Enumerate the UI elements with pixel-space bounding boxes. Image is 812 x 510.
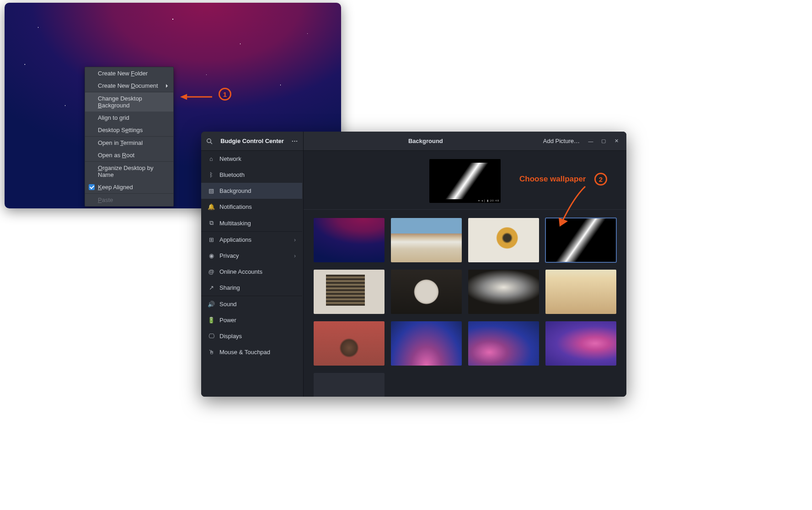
menu-item-label: Create New Document [98, 82, 158, 89]
settings-main-panel: Background Add Picture… — ▢ ✕ ▾ ◂❘ ▮ 20:… [304, 132, 626, 397]
sidebar-item-online-accounts[interactable]: @Online Accounts [201, 264, 302, 280]
sidebar-item-label: Applications [219, 236, 251, 243]
sidebar-item-label: Sharing [219, 284, 240, 291]
settings-sidebar: Budgie Control Center ··· ⌂NetworkᛒBluet… [201, 132, 304, 397]
applications-icon: ⊞ [208, 236, 215, 243]
context-menu-item[interactable]: Create New Folder [85, 67, 173, 80]
wallpaper-thumbnail-swirl-pink[interactable] [468, 321, 539, 366]
context-menu-item: Paste [85, 194, 173, 206]
online-accounts-icon: @ [208, 268, 215, 275]
menu-item-label: Align to grid [98, 114, 129, 121]
current-wallpaper-preview: ▾ ◂❘ ▮ 20:48 [429, 159, 501, 203]
sidebar-item-label: Mouse & Touchpad [219, 349, 270, 356]
sidebar-item-multitasking[interactable]: ⧉Multitasking [201, 215, 302, 231]
svg-point-2 [207, 138, 211, 142]
sidebar-item-bluetooth[interactable]: ᛒBluetooth [201, 167, 302, 183]
sidebar-item-privacy[interactable]: ◉Privacy› [201, 248, 302, 264]
menu-item-label: Organize Desktop by Name [98, 165, 168, 178]
wallpaper-thumbnail-lemon-ice[interactable] [468, 218, 539, 262]
mouse-touchpad-icon: 🖱 [208, 349, 215, 356]
add-picture-button[interactable]: Add Picture… [543, 138, 580, 144]
multitasking-icon: ⧉ [208, 219, 215, 227]
wallpaper-thumbnail-desert-ladder[interactable] [545, 270, 616, 314]
minimize-button[interactable]: — [585, 136, 596, 147]
menu-item-label: Open as Root [98, 152, 134, 159]
wallpaper-thumbnail-dark-macro[interactable] [468, 270, 539, 314]
sharing-icon: ↗ [208, 284, 215, 291]
sidebar-item-sharing[interactable]: ↗Sharing [201, 280, 302, 296]
menu-item-label: Desktop Settings [98, 127, 143, 133]
sidebar-item-notifications[interactable]: 🔔Notifications [201, 199, 302, 215]
sidebar-title: Budgie Control Center [218, 138, 287, 144]
checkbox-checked-icon [89, 184, 95, 190]
sidebar-item-label: Multitasking [219, 220, 251, 227]
close-button[interactable]: ✕ [611, 136, 622, 147]
panel-title: Background [308, 138, 543, 144]
annotation-label-2: Choose wallpaper [519, 175, 586, 184]
desktop-context-menu: Create New FolderCreate New DocumentChan… [85, 67, 174, 207]
svg-marker-1 [180, 94, 187, 100]
sidebar-item-label: Power [219, 317, 236, 324]
sidebar-item-label: Background [219, 187, 251, 194]
wallpaper-thumbnail-swirl-blue[interactable] [391, 321, 462, 366]
annotation-arrow-1 [180, 92, 212, 101]
sidebar-item-sound[interactable]: 🔊Sound [201, 296, 302, 312]
menu-item-label: Paste [98, 197, 113, 203]
submenu-arrow-icon [166, 84, 168, 88]
privacy-icon: ◉ [208, 252, 215, 259]
sidebar-item-displays[interactable]: 🖵Displays [201, 328, 302, 344]
menu-item-label: Open in Terminal [98, 139, 143, 146]
wallpaper-thumbnail-swirl-purple[interactable] [545, 321, 616, 366]
annotation-badge-1: 1 [219, 88, 231, 101]
context-menu-item[interactable]: Align to grid [85, 112, 173, 124]
control-center-window: Budgie Control Center ··· ⌂NetworkᛒBluet… [201, 132, 626, 397]
context-menu-item[interactable]: Change Desktop Background [85, 92, 173, 112]
sidebar-item-label: Privacy [219, 252, 239, 259]
chevron-right-icon: › [294, 253, 296, 259]
maximize-button[interactable]: ▢ [598, 136, 609, 147]
annotation-arrow-2 [549, 184, 590, 229]
sidebar-item-background[interactable]: ▧Background [201, 183, 302, 199]
preview-tray-indicators: ▾ ◂❘ ▮ 20:48 [478, 199, 499, 202]
sidebar-item-network[interactable]: ⌂Network [201, 151, 302, 167]
context-menu-item[interactable]: Open in Terminal [85, 137, 173, 149]
bluetooth-icon: ᛒ [208, 171, 215, 178]
menu-item-label: Create New Folder [98, 70, 148, 77]
wallpaper-thumbnail-shutters[interactable] [314, 270, 385, 314]
svg-line-3 [210, 142, 212, 144]
wallpaper-thumbnail-budgie-default[interactable] [314, 218, 385, 262]
power-icon: 🔋 [208, 317, 215, 324]
sidebar-item-power[interactable]: 🔋Power [201, 312, 302, 328]
sidebar-item-label: Online Accounts [219, 268, 262, 275]
sidebar-item-mouse-touchpad[interactable]: 🖱Mouse & Touchpad [201, 344, 302, 360]
context-menu-item[interactable]: Create New Document [85, 80, 173, 92]
annotation-badge-2: 2 [594, 173, 607, 186]
wallpaper-thumbnail-door-knocker[interactable] [314, 321, 385, 366]
context-menu-item[interactable]: Desktop Settings [85, 124, 173, 136]
context-menu-item[interactable]: Organize Desktop by Name [85, 162, 173, 181]
wallpaper-grid [304, 210, 626, 397]
network-icon: ⌂ [208, 155, 215, 162]
context-menu-item[interactable]: Open as Root [85, 149, 173, 161]
sidebar-item-label: Network [219, 155, 241, 162]
search-icon[interactable] [206, 138, 213, 144]
sidebar-item-label: Bluetooth [219, 171, 245, 178]
sidebar-header: Budgie Control Center ··· [201, 132, 303, 151]
sidebar-list: ⌂NetworkᛒBluetooth▧Background🔔Notificati… [201, 151, 303, 397]
menu-icon[interactable]: ··· [291, 138, 299, 144]
wallpaper-thumbnail-beach[interactable] [391, 218, 462, 262]
annotation-number-1: 1 [223, 90, 227, 98]
sidebar-item-label: Displays [219, 333, 242, 340]
menu-item-label: Keep Aligned [98, 184, 133, 191]
sidebar-item-applications[interactable]: ⊞Applications› [201, 232, 302, 248]
main-titlebar: Background Add Picture… — ▢ ✕ [304, 132, 626, 151]
sidebar-item-label: Sound [219, 301, 237, 308]
notifications-icon: 🔔 [208, 203, 215, 210]
annotation-number-2: 2 [599, 175, 603, 183]
wallpaper-thumbnail-partial-row[interactable] [314, 373, 385, 397]
sound-icon: 🔊 [208, 301, 215, 308]
context-menu-item[interactable]: Keep Aligned [85, 181, 173, 193]
chevron-right-icon: › [294, 237, 296, 243]
wallpaper-thumbnail-pocket-watch[interactable] [391, 270, 462, 314]
background-icon: ▧ [208, 187, 215, 194]
